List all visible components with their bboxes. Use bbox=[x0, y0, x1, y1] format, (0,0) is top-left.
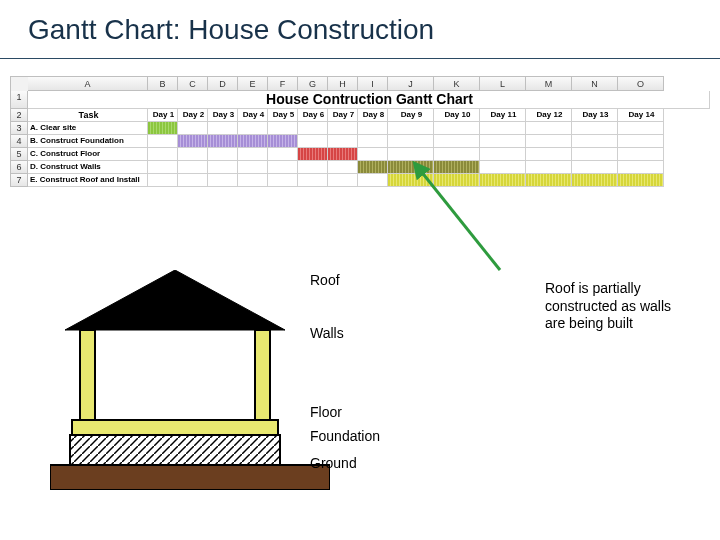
day-hdr: Day 1 bbox=[148, 109, 178, 122]
col-hdr: M bbox=[526, 76, 572, 91]
col-hdr: G bbox=[298, 76, 328, 91]
gantt-bar-c bbox=[298, 148, 328, 161]
gantt-bar-e bbox=[572, 174, 618, 187]
col-hdr: K bbox=[434, 76, 480, 91]
gantt-spreadsheet: A B C D E F G H I J K L M N O 1 House Co… bbox=[10, 76, 710, 187]
spreadsheet-corner bbox=[10, 76, 28, 91]
day-hdr: Day 3 bbox=[208, 109, 238, 122]
row-hdr: 1 bbox=[10, 91, 28, 109]
row-hdr: 3 bbox=[10, 122, 28, 135]
col-hdr: O bbox=[618, 76, 664, 91]
svg-rect-2 bbox=[50, 465, 330, 490]
label-roof: Roof bbox=[310, 272, 380, 289]
day-hdr: Day 4 bbox=[238, 109, 268, 122]
gantt-bar-a bbox=[148, 122, 178, 135]
row-hdr: 4 bbox=[10, 135, 28, 148]
task-name: E. Construct Roof and Install bbox=[28, 174, 148, 187]
day-hdr: Day 11 bbox=[480, 109, 526, 122]
task-name: B. Construct Foundation bbox=[28, 135, 148, 148]
day-hdr: Day 2 bbox=[178, 109, 208, 122]
gantt-bar-b bbox=[178, 135, 208, 148]
day-hdr: Day 10 bbox=[434, 109, 480, 122]
house-labels: Roof Walls Floor Foundation Ground bbox=[310, 272, 380, 472]
day-hdr: Day 9 bbox=[388, 109, 434, 122]
col-hdr: N bbox=[572, 76, 618, 91]
col-hdr: J bbox=[388, 76, 434, 91]
svg-rect-4 bbox=[72, 420, 278, 435]
table-row: 4 B. Construct Foundation bbox=[10, 135, 710, 148]
day-hdr: Day 13 bbox=[572, 109, 618, 122]
gantt-bar-b bbox=[238, 135, 268, 148]
label-walls: Walls bbox=[310, 325, 380, 342]
svg-marker-7 bbox=[65, 270, 285, 330]
gantt-bar-b bbox=[268, 135, 298, 148]
col-hdr: D bbox=[208, 76, 238, 91]
day-hdr: Day 8 bbox=[358, 109, 388, 122]
day-hdr: Day 6 bbox=[298, 109, 328, 122]
slide-title: Gantt Chart: House Construction bbox=[28, 14, 434, 46]
day-hdr: Day 5 bbox=[268, 109, 298, 122]
task-name: C. Construct Floor bbox=[28, 148, 148, 161]
row-hdr: 2 bbox=[10, 109, 28, 122]
house-illustration bbox=[50, 270, 330, 490]
overlap-note: Roof is partially constructed as walls a… bbox=[545, 280, 690, 333]
task-name: A. Clear site bbox=[28, 122, 148, 135]
row-hdr: 6 bbox=[10, 161, 28, 174]
col-hdr: I bbox=[358, 76, 388, 91]
row-hdr: 5 bbox=[10, 148, 28, 161]
svg-line-0 bbox=[420, 170, 500, 270]
title-underline bbox=[0, 58, 720, 59]
col-hdr: C bbox=[178, 76, 208, 91]
arrow-icon bbox=[400, 160, 540, 280]
table-row: 5 C. Construct Floor bbox=[10, 148, 710, 161]
gantt-bar-d bbox=[358, 161, 388, 174]
svg-rect-3 bbox=[70, 435, 280, 465]
gantt-bar-b bbox=[208, 135, 238, 148]
col-hdr: F bbox=[268, 76, 298, 91]
label-foundation: Foundation bbox=[310, 428, 380, 445]
table-row: 3 A. Clear site bbox=[10, 122, 710, 135]
col-hdr: B bbox=[148, 76, 178, 91]
svg-rect-5 bbox=[80, 330, 95, 420]
day-hdr: Day 7 bbox=[328, 109, 358, 122]
col-hdr: L bbox=[480, 76, 526, 91]
row-hdr: 7 bbox=[10, 174, 28, 187]
table-row: 7 E. Construct Roof and Install bbox=[10, 174, 710, 187]
gantt-bar-c bbox=[328, 148, 358, 161]
gantt-bar-e bbox=[618, 174, 664, 187]
day-hdr: Day 14 bbox=[618, 109, 664, 122]
label-floor: Floor bbox=[310, 404, 380, 421]
task-name: D. Construct Walls bbox=[28, 161, 148, 174]
col-hdr: E bbox=[238, 76, 268, 91]
task-header: Task bbox=[28, 109, 148, 122]
day-hdr: Day 12 bbox=[526, 109, 572, 122]
svg-rect-6 bbox=[255, 330, 270, 420]
gantt-chart-title: House Contruction Gantt Chart bbox=[28, 91, 710, 109]
col-hdr-a: A bbox=[28, 76, 148, 91]
col-hdr: H bbox=[328, 76, 358, 91]
label-ground: Ground bbox=[310, 455, 380, 472]
table-row: 6 D. Construct Walls bbox=[10, 161, 710, 174]
